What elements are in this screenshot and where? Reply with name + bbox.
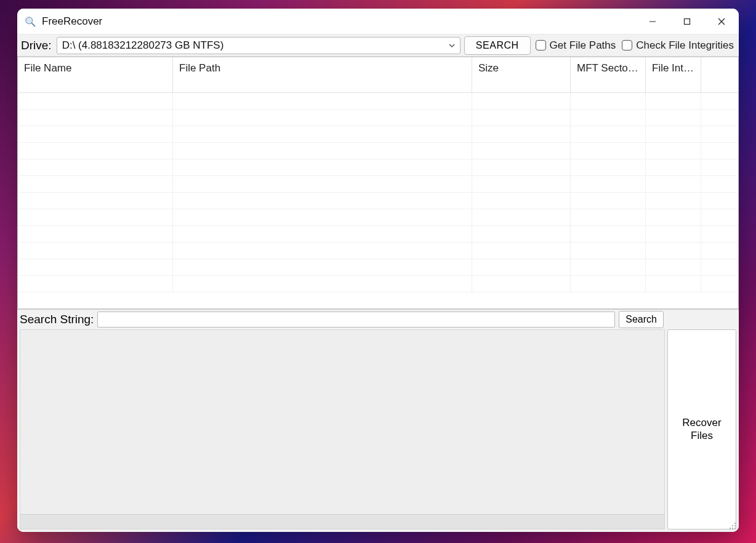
search-string-button[interactable]: Search <box>619 311 664 328</box>
search-string-label: Search String: <box>20 313 94 326</box>
checkbox-label: Check File Integrities <box>636 39 734 52</box>
svg-point-11 <box>732 528 733 529</box>
svg-point-9 <box>734 525 736 526</box>
recover-files-button[interactable]: Recover Files <box>667 329 736 529</box>
svg-point-12 <box>734 528 736 529</box>
column-header-mft-sector[interactable]: MFT Sector ... <box>571 57 646 92</box>
lower-panel: Recover Files <box>17 328 739 532</box>
maximize-button[interactable] <box>670 9 704 34</box>
search-string-input[interactable] <box>97 312 615 328</box>
preview-body <box>20 330 664 514</box>
minimize-button[interactable] <box>635 9 670 34</box>
table-header: File Name File Path Size MFT Sector ... … <box>18 57 738 93</box>
search-drive-button[interactable]: SEARCH <box>464 36 531 55</box>
svg-rect-4 <box>685 18 690 24</box>
table-row[interactable] <box>18 276 738 292</box>
window-title: FreeRecover <box>42 15 102 28</box>
column-header-file-integ[interactable]: File Inte... <box>646 57 701 92</box>
table-row[interactable] <box>18 193 738 209</box>
svg-line-2 <box>32 23 35 26</box>
table-row[interactable] <box>18 126 738 143</box>
table-row[interactable] <box>18 226 738 243</box>
get-file-paths-checkbox[interactable]: Get File Paths <box>534 39 617 52</box>
table-row[interactable] <box>18 259 738 276</box>
table-body <box>18 93 738 308</box>
search-string-bar: Search String: Search <box>17 309 739 328</box>
svg-point-8 <box>732 525 733 526</box>
svg-point-7 <box>734 523 736 524</box>
table-row[interactable] <box>18 143 738 159</box>
drive-select-value: D:\ (4.88183212280273 GB NTFS) <box>57 39 444 52</box>
column-header-file-name[interactable]: File Name <box>18 57 173 92</box>
drive-label: Drive: <box>21 39 53 52</box>
column-header-size[interactable]: Size <box>472 57 571 92</box>
checkbox-box <box>622 40 632 50</box>
table-row[interactable] <box>18 209 738 226</box>
drive-select[interactable]: D:\ (4.88183212280273 GB NTFS) <box>57 37 460 54</box>
check-file-integrities-checkbox[interactable]: Check File Integrities <box>621 39 735 52</box>
resize-grip-icon[interactable] <box>728 521 736 529</box>
table-row[interactable] <box>18 110 738 126</box>
checkbox-label: Get File Paths <box>550 39 616 52</box>
column-header-filler <box>701 57 738 92</box>
titlebar: FreeRecover <box>17 9 739 34</box>
chevron-down-icon <box>444 42 460 49</box>
close-button[interactable] <box>704 9 739 34</box>
results-table[interactable]: File Name File Path Size MFT Sector ... … <box>17 57 739 309</box>
app-window: FreeRecover Drive: D:\ (4.88183212280273… <box>17 9 739 532</box>
table-row[interactable] <box>18 93 738 110</box>
table-row[interactable] <box>18 243 738 259</box>
preview-pane <box>20 329 665 529</box>
toolbar: Drive: D:\ (4.88183212280273 GB NTFS) SE… <box>17 34 739 57</box>
table-row[interactable] <box>18 159 738 176</box>
column-header-file-path[interactable]: File Path <box>173 57 472 92</box>
checkbox-box <box>536 40 546 50</box>
status-bar <box>20 514 664 529</box>
table-row[interactable] <box>18 176 738 193</box>
svg-point-10 <box>730 528 731 529</box>
magnifier-icon <box>23 15 37 28</box>
